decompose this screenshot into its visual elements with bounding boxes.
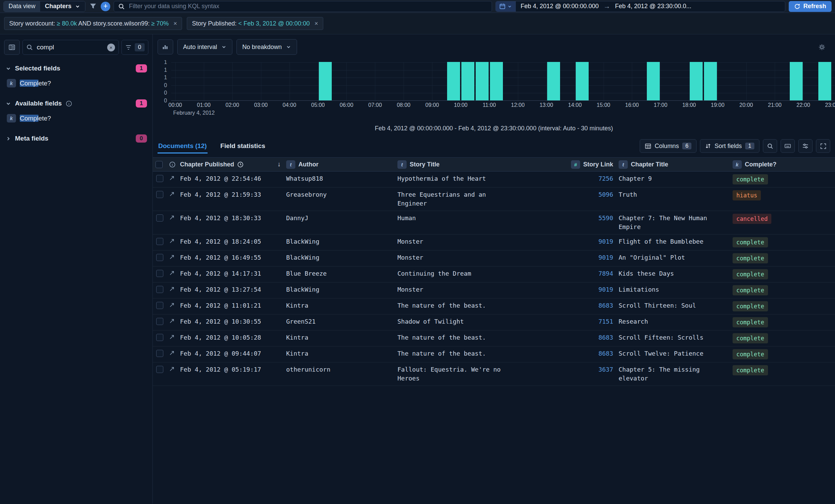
column-header-story_link[interactable]: #Story Link: [517, 160, 616, 169]
info-icon[interactable]: [66, 100, 72, 107]
data-view-picker[interactable]: Chapters: [40, 1, 85, 12]
expand-row-icon[interactable]: [169, 350, 175, 356]
column-header-story_title[interactable]: tStory Title: [395, 160, 517, 169]
vertical-gridline: [518, 62, 518, 100]
column-header-complete[interactable]: kComplete?: [730, 160, 835, 169]
breakdown-select[interactable]: No breakdown: [236, 39, 297, 55]
expand-row-icon[interactable]: [169, 191, 175, 197]
expand-row-icon[interactable]: [169, 238, 175, 244]
story-link[interactable]: 5096: [599, 191, 613, 198]
sort-fields-button[interactable]: Sort fields 1: [700, 139, 759, 153]
column-header-chapter-published[interactable]: Chapter Published↓: [177, 161, 283, 168]
table-row: Feb 4, 2012 @ 05:19:17otherunicornFallou…: [153, 362, 835, 386]
row-checkbox[interactable]: [156, 318, 163, 325]
story-link[interactable]: 8683: [599, 334, 613, 341]
story-link[interactable]: 7151: [599, 318, 613, 325]
expand-row-icon[interactable]: [169, 286, 175, 292]
kql-input[interactable]: [128, 2, 488, 10]
grid-search-button[interactable]: [763, 139, 777, 153]
info-icon[interactable]: [169, 161, 176, 168]
columns-button[interactable]: Columns 6: [640, 139, 697, 153]
field-item-complete[interactable]: kComplete?: [4, 112, 148, 125]
sort-desc-icon[interactable]: ↓: [278, 161, 281, 168]
story-link[interactable]: 5590: [599, 214, 613, 222]
row-checkbox[interactable]: [156, 175, 163, 182]
date-range-arrow-icon: →: [603, 2, 610, 10]
row-checkbox[interactable]: [156, 302, 163, 309]
data-view-switcher: Data view Chapters: [3, 1, 85, 12]
story-link[interactable]: 7894: [599, 270, 613, 277]
story-link[interactable]: 8683: [599, 350, 613, 357]
row-checkbox[interactable]: [156, 334, 163, 341]
expand-row-icon[interactable]: [169, 175, 175, 181]
story-link[interactable]: 9019: [599, 286, 613, 293]
remove-filter-icon[interactable]: ×: [314, 20, 318, 27]
expand-row-icon[interactable]: [169, 366, 175, 372]
expand-row-cell: [166, 314, 177, 327]
expand-row-icon[interactable]: [169, 334, 175, 340]
row-checkbox[interactable]: [156, 238, 163, 245]
cell-chapter-title: Scroll Twelve: Patience: [616, 346, 730, 361]
sidebar-collapse-button[interactable]: [4, 40, 20, 55]
row-checkbox[interactable]: [156, 350, 163, 357]
cell-chapter-published: Feb 4, 2012 @ 13:27:54: [177, 282, 283, 297]
field-name: Complete?: [20, 115, 51, 122]
remove-filter-icon[interactable]: ×: [174, 20, 177, 27]
chart-options-gear-icon[interactable]: [814, 44, 830, 51]
cell-chapter-published: Feb 4, 2012 @ 10:05:28: [177, 330, 283, 345]
keyboard-shortcuts-button[interactable]: [781, 139, 795, 153]
interval-label: Auto interval: [183, 44, 217, 51]
filter-pill-text: ≥ 80.0k: [57, 20, 77, 27]
clear-search-icon[interactable]: ×: [107, 44, 115, 51]
filter-pill[interactable]: Story Published: < Feb 3, 2012 @ 00:00:0…: [187, 17, 323, 30]
row-checkbox[interactable]: [156, 254, 163, 261]
field-section-header-meta[interactable]: Meta fields0: [5, 134, 147, 143]
row-checkbox[interactable]: [156, 191, 163, 198]
refresh-button[interactable]: Refresh: [789, 1, 832, 12]
start-date-button[interactable]: Feb 4, 2012 @ 00:00:00.000: [516, 3, 603, 10]
expand-row-icon[interactable]: [169, 270, 175, 276]
end-date-button[interactable]: Feb 4, 2012 @ 23:30:00.0...: [610, 3, 696, 10]
story-link[interactable]: 7256: [599, 175, 613, 182]
field-filter-button[interactable]: 0: [121, 40, 148, 55]
display-options-button[interactable]: [798, 139, 813, 153]
x-axis-label: 07:00: [368, 102, 382, 108]
calendar-dropdown-button[interactable]: [496, 1, 516, 12]
expand-row-icon[interactable]: [169, 318, 175, 324]
add-filter-button[interactable]: +: [101, 2, 110, 11]
expand-row-icon[interactable]: [169, 254, 175, 260]
story-link[interactable]: 9019: [599, 254, 613, 261]
column-header-author[interactable]: tAuthor: [283, 160, 395, 169]
x-axis-label: 20:00: [739, 102, 753, 108]
row-checkbox[interactable]: [156, 286, 163, 293]
field-section-header-selected[interactable]: Selected fields1: [5, 64, 147, 72]
column-header-chapter_title[interactable]: tChapter Title: [616, 160, 730, 169]
cell-story-title: Hypothermia of the Heart: [395, 172, 517, 186]
saved-query-filter-icon[interactable]: [89, 3, 97, 10]
tab-field-statistics[interactable]: Field statistics: [220, 139, 266, 153]
fullscreen-button[interactable]: [816, 139, 830, 153]
select-all-checkbox[interactable]: [155, 161, 163, 168]
expand-row-icon[interactable]: [169, 302, 175, 308]
field-count-badge: 1: [136, 64, 147, 72]
story-link[interactable]: 3637: [599, 366, 613, 373]
histogram-chart[interactable]: 111000 00:0001:0002:0003:0004:0005:0006:…: [153, 60, 835, 119]
story-link[interactable]: 8683: [599, 302, 613, 309]
cell-author: BlackWing: [283, 250, 395, 265]
chart-visibility-button[interactable]: [158, 39, 173, 54]
interval-select[interactable]: Auto interval: [177, 39, 232, 55]
field-section-header-available[interactable]: Available fields1: [5, 99, 147, 108]
field-item-complete[interactable]: kComplete?: [4, 77, 148, 90]
expand-row-icon[interactable]: [169, 215, 175, 221]
filter-pill[interactable]: Story wordcount: ≥ 80.0k AND story.score…: [4, 17, 182, 30]
row-checkbox[interactable]: [156, 214, 163, 222]
story-link[interactable]: 9019: [599, 238, 613, 245]
field-search-input[interactable]: [36, 43, 104, 51]
tab-documents[interactable]: Documents (12): [158, 139, 208, 153]
cell-complete-status: complete: [730, 346, 835, 362]
row-checkbox[interactable]: [156, 366, 163, 373]
cell-chapter-published: Feb 4, 2012 @ 11:01:21: [177, 298, 283, 313]
row-checkbox[interactable]: [156, 270, 163, 277]
status-badge: complete: [733, 253, 768, 263]
chevron-down-icon: [286, 44, 291, 50]
